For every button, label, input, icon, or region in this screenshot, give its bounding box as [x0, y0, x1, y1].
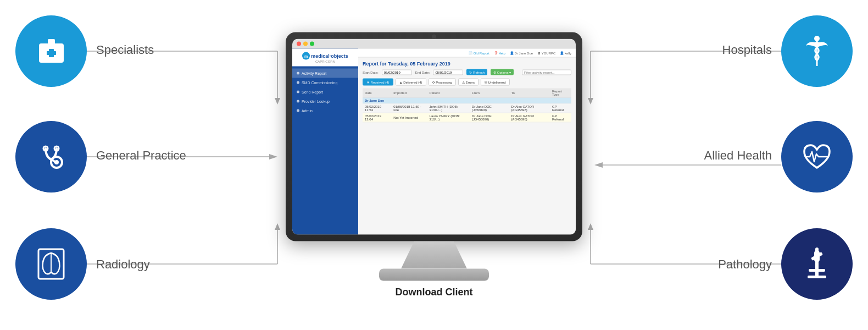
table-row[interactable]: 05/02/2019 11:54 01/06/2018 11:50 - File… — [363, 103, 571, 113]
nav-dot — [297, 100, 299, 103]
topbar-kelly: 👤 kelly — [560, 51, 571, 55]
col-imported: Imported — [391, 89, 427, 98]
monitor-stand — [401, 241, 467, 269]
pathology-label: Pathology — [718, 257, 772, 272]
allied-health-icon — [781, 121, 853, 193]
refresh-button[interactable]: ↻ Refresh — [466, 69, 487, 75]
download-client-label: Download Client — [396, 287, 473, 298]
topbar-help[interactable]: ❓ Help — [494, 51, 505, 55]
filter-row: Start Date: End Date: ↻ Refresh ⚙ Option… — [363, 69, 571, 75]
sidebar: m medical·objects CAPRICORN Activity Rep… — [292, 49, 358, 235]
tab-received[interactable]: ▼ Received (4) — [363, 79, 393, 86]
mac-close-dot[interactable] — [297, 42, 301, 46]
nav-smd[interactable]: SMD Commissioning — [292, 78, 358, 87]
nav-admin[interactable]: Admin — [292, 106, 358, 116]
table-row[interactable]: 05/02/2019 13:04 Not Yet Imported Laura … — [363, 113, 571, 122]
specialists-label: Specialists — [96, 43, 154, 57]
options-button[interactable]: ⚙ Options ▾ — [491, 69, 514, 75]
cell-date: 05/02/2019 11:54 — [363, 103, 391, 113]
svg-rect-31 — [809, 269, 825, 272]
svg-marker-10 — [588, 98, 593, 105]
nav-dot — [297, 72, 299, 75]
cell-patient: Laura YARRY (DOB: 310/...) — [427, 113, 470, 122]
app-screen: m medical·objects CAPRICORN Activity Rep… — [292, 49, 576, 235]
cell-imported: 01/06/2018 11:50 - File — [391, 103, 427, 113]
cell-patient: John SMITH (DOB: 31/01/...) — [427, 103, 470, 113]
end-date-label: End Date: — [415, 70, 430, 74]
topbar-user: 👤 Dr Jane Doe — [510, 51, 533, 55]
logo-sub: CAPRICORN — [315, 60, 335, 63]
monitor-bezel: m medical·objects CAPRICORN Activity Rep… — [292, 39, 576, 235]
topbar-old-report[interactable]: 📄 Old Report — [469, 51, 489, 55]
tab-processing[interactable]: ⟳ Processing — [429, 79, 456, 86]
cell-to: Dr Alex GATOR (AG45698) — [509, 113, 550, 122]
page: Specialists General Practice Radiology H… — [0, 0, 868, 330]
monitor-base — [379, 269, 489, 281]
col-report-type: Report Type — [550, 89, 571, 98]
col-patient: Patient — [427, 89, 470, 98]
col-date: Date — [363, 89, 391, 98]
col-from: From — [470, 89, 509, 98]
svg-marker-12 — [594, 162, 603, 168]
topbar-pc: 🖥 YOURPC — [537, 51, 555, 54]
cell-from: Dr Jane DOE (J456890) — [470, 103, 509, 113]
hospitals-icon — [781, 15, 853, 87]
nav-activity-report[interactable]: Activity Report — [292, 69, 358, 78]
specialists-icon — [15, 15, 87, 87]
cell-type: GP Referral — [550, 113, 571, 122]
cell-type: GP Referral — [550, 103, 571, 113]
screen-topbar: 📄 Old Report ❓ Help 👤 Dr Jane Doe 🖥 YOUR… — [358, 49, 576, 58]
tab-delivered[interactable]: ▲ Delivered (4) — [396, 79, 426, 86]
start-date-label: Start Date: — [363, 70, 379, 74]
mac-minimize-dot[interactable] — [303, 42, 308, 46]
start-date-input[interactable] — [382, 69, 412, 75]
nav-dot — [297, 91, 299, 94]
general-practice-icon — [15, 121, 87, 193]
end-date-input[interactable] — [433, 69, 463, 75]
allied-health-label: Allied Health — [704, 148, 772, 163]
mac-dots-bar — [292, 39, 576, 49]
svg-marker-4 — [269, 154, 277, 160]
screen-content: Report for Tuesday, 05 February 2019 Sta… — [358, 58, 576, 235]
cell-date: 05/02/2019 13:04 — [363, 113, 391, 122]
mac-maximize-dot[interactable] — [310, 42, 314, 46]
data-table: Date Imported Patient From To Report Typ… — [363, 89, 571, 123]
monitor: m medical·objects CAPRICORN Activity Rep… — [280, 32, 588, 298]
radiology-label: Radiology — [96, 257, 150, 272]
pathology-icon — [781, 228, 853, 300]
tab-errors[interactable]: ⚠ Errors — [458, 79, 478, 86]
svg-marker-7 — [275, 223, 280, 230]
nav-dot — [297, 81, 299, 84]
screen-main: 📄 Old Report ❓ Help 👤 Dr Jane Doe 🖥 YOUR… — [358, 49, 576, 235]
svg-point-26 — [814, 36, 820, 41]
report-title: Report for Tuesday, 05 February 2019 — [363, 61, 571, 67]
cell-imported: Not Yet Imported — [391, 113, 427, 122]
col-to: To — [509, 89, 550, 98]
search-input[interactable] — [522, 69, 571, 75]
nav-provider-lookup[interactable]: Provider Lookup — [292, 97, 358, 106]
nav-dot — [297, 109, 299, 112]
svg-rect-19 — [47, 51, 56, 55]
group-label: Dr Jane Doe — [363, 97, 571, 103]
svg-marker-15 — [588, 223, 593, 230]
cell-from: Dr Jane DOE (JD456890) — [470, 113, 509, 122]
cell-to: Dr Alex GATOR (AG45698) — [509, 103, 550, 113]
logo-text: medical·objects — [311, 53, 348, 59]
tab-row: ▼ Received (4) ▲ Delivered (4) ⟳ Process… — [363, 79, 571, 86]
general-practice-label: General Practice — [96, 148, 186, 163]
svg-rect-17 — [48, 39, 55, 46]
sidebar-logo: m medical·objects CAPRICORN — [292, 49, 358, 67]
nav-send-report[interactable]: Send Report — [292, 87, 358, 97]
monitor-outer: m medical·objects CAPRICORN Activity Rep… — [286, 32, 582, 241]
svg-marker-2 — [275, 98, 280, 105]
table-group-row: Dr Jane Doe — [363, 97, 571, 103]
hospitals-label: Hospitals — [722, 43, 772, 57]
radiology-icon — [15, 228, 87, 300]
tab-undelivered[interactable]: ✉ Undelivered — [481, 79, 510, 86]
sidebar-nav: Activity Report SMD Commissioning Send R… — [292, 67, 358, 116]
svg-rect-32 — [815, 248, 819, 253]
